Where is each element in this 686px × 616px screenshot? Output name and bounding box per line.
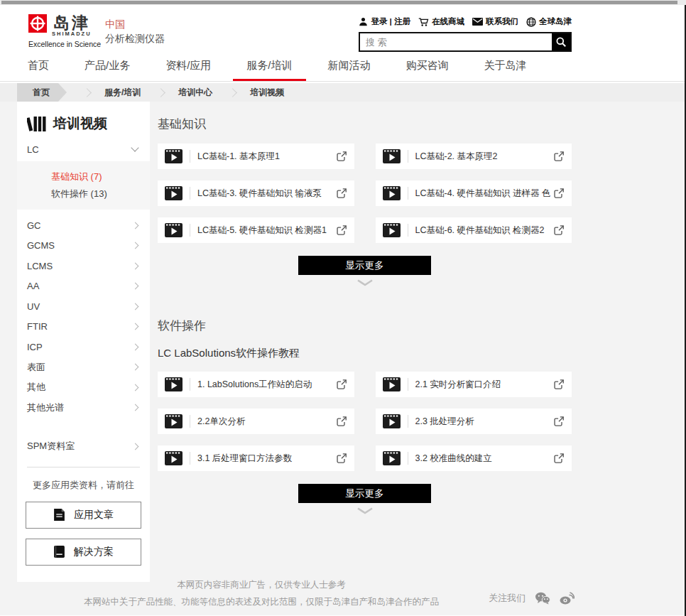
video-card[interactable]: 2.1 实时分析窗口介绍 (376, 372, 572, 397)
nav-item[interactable]: 产品/业务 (71, 50, 143, 81)
external-link-icon[interactable] (336, 379, 347, 390)
video-card[interactable]: LC基础-1. 基本原理1 (158, 144, 354, 169)
sidebar-category[interactable]: FTIR (17, 317, 150, 337)
global-shimadzu-label: 全球岛津 (539, 16, 572, 27)
breadcrumb: 首页 服务/培训 培训中心 培训视频 (0, 83, 686, 102)
breadcrumb-item[interactable]: 培训中心 (178, 87, 212, 99)
sidebar-subitem[interactable]: 软件操作 (13) (51, 185, 150, 202)
region-label: 中国 (105, 17, 165, 31)
sidebar-divider (27, 467, 140, 468)
video-icon (165, 223, 183, 237)
nav-item[interactable]: 关于岛津 (471, 50, 540, 81)
video-card[interactable]: 3.2 校准曲线的建立 (376, 445, 572, 471)
search-button[interactable] (552, 33, 570, 50)
breadcrumb-item[interactable]: 培训视频 (250, 87, 284, 99)
video-card[interactable]: LC基础-2. 基本原理2 (376, 144, 572, 169)
external-link-icon[interactable] (336, 151, 347, 162)
show-more-button-basics[interactable]: 显示更多 (298, 256, 431, 275)
external-link-icon[interactable] (553, 453, 565, 464)
video-card[interactable]: LC基础-3. 硬件基础知识 输液泵 (158, 180, 354, 206)
external-link-icon[interactable] (553, 151, 565, 162)
nav-item-label: 产品/业务 (85, 59, 130, 72)
video-card[interactable]: LC基础-6. 硬件基础知识 检测器2 (376, 217, 572, 243)
video-icon (165, 451, 183, 465)
search-input[interactable] (360, 33, 552, 50)
sidebar-submenu: 基础知识 (7) 软件操作 (13) (17, 161, 150, 210)
page: 岛津 SHIMADZU Excellence in Science 中国 分析检… (0, 0, 686, 616)
nav-item[interactable]: 新闻活动 (315, 50, 384, 81)
breadcrumb-item[interactable]: 服务/培训 (104, 87, 141, 99)
cart-icon (418, 17, 429, 27)
video-title: 3.1 后处理窗口方法参数 (197, 453, 333, 465)
sidebar-category[interactable]: 其他光谱 (17, 398, 150, 418)
external-link-icon[interactable] (336, 453, 347, 464)
nav-item[interactable]: 服务/培训 (233, 50, 305, 81)
sidebar-category-label: UV (27, 301, 40, 312)
sidebar-category[interactable]: 表面 (17, 357, 150, 378)
sidebar-category[interactable]: 其他 (17, 377, 150, 398)
video-title: LC基础-2. 基本原理2 (415, 151, 551, 163)
nav-item[interactable]: 首页 (14, 50, 62, 81)
weibo-icon[interactable] (560, 592, 575, 605)
video-card[interactable]: 2.3 批处理分析 (376, 409, 572, 434)
show-more-chevron-software[interactable] (356, 507, 374, 514)
video-title: 2.2单次分析 (197, 416, 333, 428)
card-divider (190, 415, 190, 428)
external-link-icon[interactable] (336, 188, 347, 199)
follow-us-label: 关注我们 (489, 592, 526, 605)
external-link-icon[interactable] (553, 188, 565, 199)
external-link-icon[interactable] (553, 379, 565, 390)
breadcrumb-home[interactable]: 首页 (17, 83, 67, 102)
contact-us-link[interactable]: 联系我们 (472, 16, 518, 27)
sidebar-category[interactable]: GCMS (17, 236, 150, 256)
application-articles-label: 应用文章 (74, 509, 114, 522)
wechat-icon[interactable] (535, 592, 550, 605)
chevron-right-icon (132, 364, 139, 371)
sidebar-category[interactable]: AA (17, 276, 150, 297)
sidebar-group-lc[interactable]: LC (17, 137, 150, 161)
sidebar-category-spm[interactable]: SPM资料室 (17, 436, 150, 457)
sidebar-category-label: ICP (27, 342, 43, 352)
nav-item-label: 新闻活动 (328, 59, 371, 72)
external-link-icon[interactable] (336, 416, 347, 427)
video-card[interactable]: LC基础-5. 硬件基础知识 检测器1 (158, 217, 354, 243)
user-icon (359, 17, 368, 26)
sidebar-category[interactable]: ICP (17, 337, 150, 357)
card-divider (190, 452, 190, 465)
main-panel: 基础知识 LC基础-1. 基本原理1 (158, 102, 572, 514)
application-articles-button[interactable]: 应用文章 (26, 502, 141, 529)
video-card[interactable]: 3.1 后处理窗口方法参数 (158, 445, 354, 471)
sidebar-category[interactable]: UV (17, 296, 150, 317)
main-nav: 首页 产品/业务 资料/应用 服务/培训 新闻活动 购买咨询 关于岛津 (0, 50, 686, 82)
video-icon (383, 149, 401, 163)
video-card[interactable]: 1. LabSolutions工作站的启动 (158, 372, 354, 397)
sidebar-subitem[interactable]: 基础知识 (7) (51, 168, 150, 185)
nav-item[interactable]: 资料/应用 (152, 50, 224, 81)
section-title-basics: 基础知识 (158, 116, 572, 132)
login-register-link[interactable]: 登录 | 注册 (359, 16, 410, 27)
nav-item[interactable]: 购买咨询 (393, 50, 462, 81)
horizontal-scrollbar[interactable] (0, 0, 686, 5)
external-link-icon[interactable] (553, 416, 565, 427)
external-link-icon[interactable] (553, 225, 565, 236)
solutions-button[interactable]: 解决方案 (26, 539, 141, 566)
sidebar-category[interactable]: GC (17, 215, 150, 236)
scrollbar-thumb[interactable] (1, 1, 677, 4)
show-more-button-software[interactable]: 显示更多 (298, 484, 431, 503)
video-card[interactable]: LC基础-4. 硬件基础知识 进样器 色谱柱 (376, 180, 572, 206)
footer-disclaimer: 本网页内容非商业广告，仅供专业人士参考 本网站中关于产品性能、功能等信息的表述及… (62, 576, 460, 610)
video-title: LC基础-3. 硬件基础知识 输液泵 (197, 188, 333, 200)
sidebar-category-label: 其他光谱 (27, 401, 64, 414)
show-more-chevron-basics[interactable] (356, 279, 374, 286)
sidebar-category-label: GC (27, 220, 41, 231)
nav-item-label: 资料/应用 (165, 59, 211, 72)
global-shimadzu-link[interactable]: 全球岛津 (526, 16, 572, 27)
contact-us-label: 联系我们 (486, 16, 518, 27)
video-card[interactable]: 2.2单次分析 (158, 409, 354, 434)
online-store-link[interactable]: 在线商城 (418, 16, 464, 27)
chevron-right-icon (132, 323, 139, 330)
chevron-right-icon (132, 384, 139, 391)
sidebar-category[interactable]: LCMS (17, 256, 150, 276)
shimadzu-logo[interactable]: 岛津 SHIMADZU Excellence in Science (28, 14, 101, 48)
external-link-icon[interactable] (336, 225, 347, 236)
